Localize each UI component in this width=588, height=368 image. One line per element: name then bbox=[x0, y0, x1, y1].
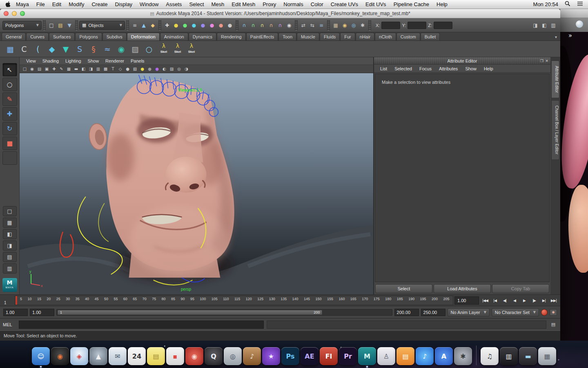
playback-end-field[interactable]: 200.00 bbox=[394, 309, 419, 316]
auto-keyframe-toggle[interactable] bbox=[541, 309, 548, 316]
viewport-canvas[interactable]: Viewport 2.0 persp y x bbox=[20, 73, 373, 294]
step-forward-key-button[interactable]: ▶| bbox=[539, 296, 549, 305]
grease-pencil-icon[interactable]: ✎ bbox=[58, 65, 65, 72]
float-panel-icon[interactable]: ❒ bbox=[540, 59, 543, 63]
attribute-editor-button[interactable]: Select bbox=[375, 284, 432, 293]
panel-menu-item[interactable]: Lighting bbox=[62, 58, 85, 63]
smooth-shade-icon[interactable]: ● bbox=[124, 65, 131, 72]
panel-menu-item[interactable]: Panels bbox=[127, 58, 148, 63]
motion-blur-icon[interactable]: ◐ bbox=[161, 65, 168, 72]
dock-midi-keyboard-icon[interactable]: ▥ bbox=[500, 347, 518, 365]
insert-joint-tool-shelf-button[interactable]: λ Skel bbox=[185, 42, 198, 56]
move-tool-button[interactable]: ✚ bbox=[2, 107, 17, 121]
dock-app-store-icon[interactable]: A bbox=[435, 347, 453, 365]
resolution-gate-icon[interactable]: ◧ bbox=[80, 65, 87, 72]
panel-menu-item[interactable]: Show bbox=[85, 58, 102, 63]
shelf-tab[interactable]: Toon bbox=[278, 33, 296, 40]
snap-to-curves-icon[interactable]: ∩ bbox=[249, 20, 258, 30]
grid-icon[interactable]: ▦ bbox=[65, 65, 72, 72]
select-handles-mask-icon[interactable]: ✚ bbox=[163, 20, 172, 30]
dock-maya-icon[interactable]: M bbox=[358, 347, 376, 365]
z-coordinate-input[interactable] bbox=[434, 22, 452, 29]
last-tool-slot[interactable] bbox=[2, 151, 17, 165]
sine-deformer-shelf-button[interactable]: S bbox=[73, 42, 87, 56]
range-slider[interactable]: 1 200 bbox=[56, 309, 392, 316]
dock-finder-icon[interactable]: ☺ bbox=[32, 347, 50, 365]
use-all-lights-icon[interactable]: ● bbox=[139, 65, 146, 72]
menubar-item[interactable]: Color bbox=[307, 0, 327, 9]
menu-set-selector[interactable]: Polygons ▼ bbox=[2, 21, 42, 30]
squash-deformer-shelf-button[interactable]: ▼ bbox=[59, 42, 73, 56]
dock-dashboard-icon[interactable]: ◉ bbox=[51, 347, 69, 365]
play-backwards-button[interactable]: ◀ bbox=[510, 296, 519, 305]
select-dynamics-mask-icon[interactable]: ● bbox=[207, 20, 216, 30]
snap-to-projected-center-icon[interactable]: ∩ bbox=[267, 20, 276, 30]
separator[interactable] bbox=[327, 20, 330, 31]
dock-photoshop-icon[interactable]: Ps bbox=[281, 347, 299, 365]
attribute-editor-menu-item[interactable]: Focus bbox=[416, 66, 435, 71]
go-to-end-button[interactable]: ▶▶| bbox=[549, 296, 559, 305]
ik-handle-tool-shelf-button[interactable]: λ Skel bbox=[171, 42, 185, 56]
new-scene-icon[interactable]: □ bbox=[47, 20, 56, 30]
shelf-tab[interactable]: PaintEffects bbox=[246, 33, 278, 40]
y-coordinate-input[interactable] bbox=[408, 22, 426, 29]
persp-outliner-layout-button[interactable]: ◧ bbox=[3, 229, 17, 239]
dock-mail-icon[interactable]: ✉ bbox=[109, 347, 127, 365]
dock-quicktime-icon[interactable]: Q bbox=[205, 347, 223, 365]
camera-attributes-icon[interactable]: ◉ bbox=[29, 65, 36, 72]
x-coordinate-input[interactable] bbox=[381, 22, 400, 29]
panel-menu-item[interactable]: Shading bbox=[39, 58, 62, 63]
twist-deformer-shelf-button[interactable]: § bbox=[87, 42, 100, 56]
animation-preferences-button[interactable]: ✱ bbox=[550, 309, 557, 316]
shelf-tab[interactable]: Muscle bbox=[297, 33, 319, 40]
step-forward-frame-button[interactable]: |▶ bbox=[529, 296, 539, 305]
menubar-item[interactable]: File bbox=[33, 0, 49, 9]
texture-deformer-shelf-button[interactable]: ▨ bbox=[128, 42, 142, 56]
menubar-item[interactable]: Normals bbox=[280, 0, 307, 9]
make-object-live-icon[interactable]: ◉ bbox=[285, 20, 294, 30]
toggle-tool-settings-icon[interactable]: ◧ bbox=[540, 20, 549, 30]
panel-menu-item[interactable]: Renderer bbox=[102, 58, 127, 63]
attribute-editor-menu-item[interactable]: List bbox=[376, 66, 391, 71]
menubar-item[interactable]: Mesh bbox=[208, 0, 228, 9]
command-line-language-toggle[interactable]: MEL bbox=[3, 322, 16, 327]
dock-reminders-icon[interactable]: ▪ bbox=[166, 347, 184, 365]
save-scene-icon[interactable]: ▼ bbox=[65, 20, 74, 30]
menubar-item[interactable]: Select bbox=[185, 0, 207, 9]
shadows-icon[interactable]: ● bbox=[146, 65, 153, 72]
step-back-frame-button[interactable]: ◀| bbox=[500, 296, 510, 305]
separator[interactable] bbox=[43, 20, 46, 31]
dock-garageband-icon[interactable]: ♪ bbox=[243, 347, 261, 365]
notification-center-icon[interactable] bbox=[577, 1, 583, 7]
character-set-selector[interactable]: No Character Set ▼ bbox=[492, 308, 539, 316]
select-surfaces-mask-icon[interactable]: ● bbox=[189, 20, 198, 30]
separator[interactable] bbox=[158, 20, 161, 31]
attribute-editor-header[interactable]: Attribute Editor ❒ ✕ bbox=[374, 57, 550, 65]
screen-space-ao-icon[interactable]: ● bbox=[154, 65, 160, 72]
jiggle-deformer-shelf-button[interactable]: ○ bbox=[142, 42, 156, 56]
dock-music-note-icon[interactable]: ♫ bbox=[481, 347, 499, 365]
2d-pan-zoom-icon[interactable]: ✚ bbox=[51, 65, 58, 72]
menubar-item[interactable]: Edit UVs bbox=[362, 0, 390, 9]
shelf-tab[interactable]: Subdivs bbox=[102, 33, 127, 40]
snap-to-view-planes-icon[interactable]: ∩ bbox=[276, 20, 285, 30]
separator[interactable] bbox=[126, 20, 129, 31]
select-by-component-icon[interactable]: ◆ bbox=[148, 20, 157, 30]
lasso-tool-button[interactable]: ○ bbox=[2, 78, 17, 91]
ipr-render-icon[interactable]: ◎ bbox=[349, 20, 358, 30]
toggle-attribute-editor-icon[interactable]: ◨ bbox=[531, 20, 540, 30]
dock-system-preferences-icon[interactable]: ✱ bbox=[454, 347, 472, 365]
menubar-item[interactable]: Display bbox=[111, 0, 136, 9]
flare-deformer-shelf-button[interactable]: ◆ bbox=[45, 42, 59, 56]
separator[interactable] bbox=[75, 20, 78, 31]
current-time-field[interactable]: 1.00 bbox=[454, 296, 479, 305]
select-tool-button[interactable]: ↖ bbox=[2, 63, 17, 76]
attribute-editor-button[interactable]: Load Attributes bbox=[434, 284, 491, 293]
construction-history-icon[interactable]: ≡ bbox=[317, 20, 326, 30]
menubar-item[interactable]: Create UVs bbox=[327, 0, 362, 9]
select-misc-mask-icon[interactable]: ● bbox=[225, 20, 234, 30]
snap-to-points-icon[interactable]: ∩ bbox=[258, 20, 267, 30]
select-by-object-icon[interactable]: ▲ bbox=[139, 20, 148, 30]
shelf-tab[interactable]: Polygons bbox=[75, 33, 102, 40]
shelf-tab[interactable]: nCloth bbox=[375, 33, 396, 40]
